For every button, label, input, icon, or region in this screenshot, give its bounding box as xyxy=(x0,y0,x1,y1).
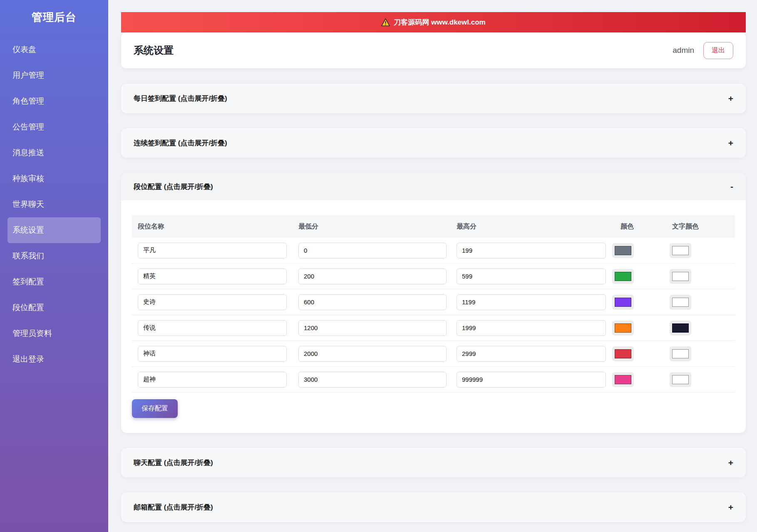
rank-color-cell xyxy=(609,346,666,361)
rank-text-color-picker[interactable] xyxy=(670,269,691,284)
rank-max-input[interactable] xyxy=(457,346,606,362)
table-row xyxy=(132,238,735,264)
rank-max-input[interactable] xyxy=(457,372,606,388)
sidebar-item-label: 仪表盘 xyxy=(12,44,36,55)
rank-text-color-picker[interactable] xyxy=(670,372,691,387)
section-title: 每日签到配置 (点击展开/折叠) xyxy=(134,94,227,103)
sidebar-item-label: 段位配置 xyxy=(12,302,44,313)
sidebar-item[interactable]: 段位配置 xyxy=(7,295,101,321)
sidebar-item-label: 世界聊天 xyxy=(12,199,44,210)
rank-max-input[interactable] xyxy=(457,320,606,336)
rank-text-color-picker[interactable] xyxy=(670,321,691,336)
rank-color-picker[interactable] xyxy=(612,243,634,258)
rank-color-picker[interactable] xyxy=(612,269,634,284)
section-streak-signin: 连续签到配置 (点击展开/折叠) + xyxy=(121,128,746,158)
sidebar-item[interactable]: 角色管理 xyxy=(7,88,101,114)
expand-icon[interactable]: + xyxy=(728,94,733,104)
rank-color-picker[interactable] xyxy=(612,321,634,336)
column-header-name: 段位名称 xyxy=(132,222,293,231)
rank-name-input[interactable] xyxy=(138,320,287,336)
rank-max-input[interactable] xyxy=(457,294,606,310)
rank-max-input[interactable] xyxy=(457,243,606,259)
column-header-color: 颜色 xyxy=(609,222,666,231)
expand-icon[interactable]: + xyxy=(728,138,733,148)
sidebar-item[interactable]: 签到配置 xyxy=(7,269,101,295)
sidebar-item[interactable]: 退出登录 xyxy=(7,346,101,372)
color-swatch xyxy=(615,375,631,384)
sidebar-item[interactable]: 公告管理 xyxy=(7,114,101,140)
rank-text-color-cell xyxy=(666,321,735,336)
rank-text-color-cell xyxy=(666,346,735,361)
rank-min-input[interactable] xyxy=(298,243,447,259)
username: admin xyxy=(673,46,694,55)
sidebar-item-label: 用户管理 xyxy=(12,70,44,81)
rank-name-input[interactable] xyxy=(138,294,287,310)
rank-text-color-picker[interactable] xyxy=(670,295,691,310)
sidebar-item[interactable]: 联系我们 xyxy=(7,243,101,269)
sidebar-item-label: 退出登录 xyxy=(12,354,44,365)
section-title: 连续签到配置 (点击展开/折叠) xyxy=(134,138,227,148)
sidebar-item[interactable]: 世界聊天 xyxy=(7,191,101,217)
rank-text-color-cell xyxy=(666,372,735,387)
rank-text-color-picker[interactable] xyxy=(670,346,691,361)
rank-min-input[interactable] xyxy=(298,268,447,284)
rank-color-picker[interactable] xyxy=(612,295,634,310)
save-config-button[interactable]: 保存配置 xyxy=(132,399,178,418)
rank-min-input[interactable] xyxy=(298,294,447,310)
sidebar-nav: 仪表盘 用户管理 角色管理 公告管理 消息推送 种族审核 世界聊天 系统设置 联… xyxy=(0,37,108,372)
column-header-min: 最低分 xyxy=(293,222,451,231)
rank-color-picker[interactable] xyxy=(612,346,634,361)
sidebar-item-label: 公告管理 xyxy=(12,122,44,132)
table-body xyxy=(132,238,735,393)
rank-name-input[interactable] xyxy=(138,268,287,284)
text-color-swatch xyxy=(672,246,689,255)
rank-max-cell xyxy=(451,294,609,310)
rank-min-cell xyxy=(293,372,451,388)
rank-min-cell xyxy=(293,243,451,259)
rank-max-cell xyxy=(451,268,609,284)
rank-color-cell xyxy=(609,243,666,258)
section-daily-signin: 每日签到配置 (点击展开/折叠) + xyxy=(121,84,746,113)
table-row xyxy=(132,289,735,315)
text-color-swatch xyxy=(672,272,689,281)
section-chat-config-header[interactable]: 聊天配置 (点击展开/折叠) + xyxy=(121,448,746,477)
rank-max-cell xyxy=(451,346,609,362)
sidebar-item-label: 消息推送 xyxy=(12,147,44,158)
section-mail-config-header[interactable]: 邮箱配置 (点击展开/折叠) + xyxy=(121,492,746,522)
color-swatch xyxy=(615,272,631,281)
rank-max-cell xyxy=(451,372,609,388)
collapse-icon[interactable]: - xyxy=(730,181,733,191)
rank-max-cell xyxy=(451,243,609,259)
section-rank-config-header[interactable]: 段位配置 (点击展开/折叠) - xyxy=(121,173,746,200)
sidebar-item-label: 联系我们 xyxy=(12,251,44,261)
rank-max-cell xyxy=(451,320,609,336)
rank-text-color-cell xyxy=(666,243,735,258)
warning-icon xyxy=(381,18,390,26)
notice-banner[interactable]: 刀客源码网 www.dkewl.com xyxy=(121,12,746,32)
expand-icon[interactable]: + xyxy=(728,458,733,468)
expand-icon[interactable]: + xyxy=(728,502,733,512)
sidebar-item[interactable]: 消息推送 xyxy=(7,140,101,166)
sidebar-item[interactable]: 种族审核 xyxy=(7,166,101,191)
color-swatch xyxy=(615,246,631,255)
rank-max-input[interactable] xyxy=(457,268,606,284)
sidebar-item[interactable]: 用户管理 xyxy=(7,62,101,88)
sidebar-item[interactable]: 系统设置 xyxy=(7,217,101,243)
section-streak-signin-header[interactable]: 连续签到配置 (点击展开/折叠) + xyxy=(121,128,746,158)
rank-name-input[interactable] xyxy=(138,243,287,259)
main-content: 刀客源码网 www.dkewl.com 系统设置 admin 退出 每日签到配置… xyxy=(108,0,757,532)
section-daily-signin-header[interactable]: 每日签到配置 (点击展开/折叠) + xyxy=(121,84,746,113)
rank-min-input[interactable] xyxy=(298,372,447,388)
rank-name-cell xyxy=(132,346,293,362)
rank-name-input[interactable] xyxy=(138,372,287,388)
rank-name-input[interactable] xyxy=(138,346,287,362)
rank-color-cell xyxy=(609,321,666,336)
rank-color-picker[interactable] xyxy=(612,372,634,387)
sidebar-item[interactable]: 仪表盘 xyxy=(7,37,101,62)
logout-button[interactable]: 退出 xyxy=(703,42,733,59)
sidebar-item[interactable]: 管理员资料 xyxy=(7,321,101,346)
table-header-row: 段位名称 最低分 最高分 颜色 文字颜色 xyxy=(132,215,735,238)
rank-min-input[interactable] xyxy=(298,320,447,336)
rank-text-color-picker[interactable] xyxy=(670,243,691,258)
rank-min-input[interactable] xyxy=(298,346,447,362)
